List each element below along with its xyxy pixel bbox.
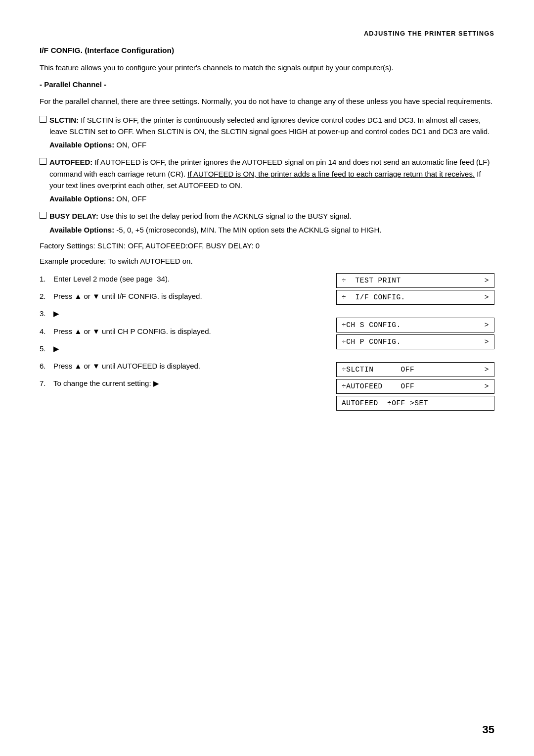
steps-column: 1. Enter Level 2 mode (see page 34). 2. … (40, 273, 336, 395)
display-box-ch-s-config: ÷CH S CONFIG. > (336, 318, 494, 332)
step-6: 6. Press ▲ or ▼ until AUTOFEED is displa… (40, 360, 321, 372)
display-if-config-arrow: > (485, 293, 489, 301)
step-4-text: Press ▲ or ▼ until CH P CONFIG. is dis­p… (53, 326, 321, 337)
step-5: 5. ▶ (40, 343, 321, 354)
display-group-3: ÷SLCTIN OFF > ÷AUTOFEED OFF > AUTOFEED ÷… (336, 362, 494, 411)
example-text: Example procedure: To switch AUTOFEED on… (40, 257, 494, 265)
step-4: 4. Press ▲ or ▼ until CH P CONFIG. is di… (40, 326, 321, 337)
parallel-channel-intro: For the parallel channel, there are thre… (40, 95, 494, 107)
display-test-print-text: ÷ TEST PRINT (342, 277, 401, 284)
bullet-slctin: SLCTIN: If SLCTIN is OFF, the printer is… (40, 114, 494, 151)
display-ch-s-text: ÷CH S CONFIG. (342, 321, 401, 329)
step-2-num: 2. (40, 290, 53, 302)
display-box-ch-p-config: ÷CH P CONFIG. > (336, 334, 494, 349)
factory-settings: Factory Settings: SLCTIN: OFF, AUTOFEED:… (40, 241, 494, 250)
display-if-config-text: ÷ I/F CONFIG. (342, 293, 405, 301)
autofeed-underline-text: If AUTOFEED is ON, the printer adds a li… (187, 170, 475, 178)
parallel-channel-title: - Parallel Channel - (40, 80, 494, 89)
display-box-autofeed-set: AUTOFEED ÷OFF >SET (336, 396, 494, 411)
step-5-text: ▶ (53, 343, 321, 354)
display-autofeed-arrow: > (485, 382, 489, 390)
slctin-options-label: Available Options: (49, 141, 114, 149)
steps-and-displays: 1. Enter Level 2 mode (see page 34). 2. … (40, 273, 494, 418)
bullet-autofeed: AUTOFEED: If AUTOFEED is OFF, the printe… (40, 156, 494, 204)
checkbox-icon-autofeed (40, 158, 46, 165)
display-test-print-arrow: > (485, 277, 489, 284)
step-1-num: 1. (40, 273, 53, 284)
display-spacer-1 (336, 312, 494, 318)
factory-settings-value: SLCTIN: OFF, AUTOFEED:OFF, BUSY DELAY: 0 (97, 241, 260, 250)
bullet-busy-delay: BUSY DELAY: Use this to set the delay pe… (40, 210, 494, 236)
slctin-content: SLCTIN: If SLCTIN is OFF, the printer is… (49, 114, 494, 151)
step-3-text: ▶ (53, 308, 321, 319)
display-ch-p-arrow: > (485, 338, 489, 346)
page-header: ADJUSTING THE PRINTER SETTINGS (40, 30, 494, 37)
page-number: 35 (483, 723, 494, 736)
display-box-autofeed: ÷AUTOFEED OFF > (336, 379, 494, 394)
slctin-options: Available Options: ON, OFF (49, 139, 494, 150)
step-3-num: 3. (40, 308, 53, 319)
display-ch-p-text: ÷CH P CONFIG. (342, 338, 401, 346)
autofeed-options: Available Options: ON, OFF (49, 193, 494, 204)
step-2-text: Press ▲ or ▼ until I/F CONFIG. is displa… (53, 290, 321, 302)
checkbox-icon-busy-delay (40, 212, 46, 219)
step-5-num: 5. (40, 343, 53, 354)
autofeed-options-label: Available Options: (49, 194, 114, 203)
step-7: 7. To change the current setting: ▶ (40, 378, 321, 389)
step-6-num: 6. (40, 360, 53, 372)
step-3: 3. ▶ (40, 308, 321, 319)
slctin-options-value: ON, OFF (116, 141, 146, 149)
display-autofeed-text: ÷AUTOFEED OFF (342, 382, 414, 390)
autofeed-options-value: ON, OFF (116, 194, 146, 203)
intro-text: This feature allows you to configure you… (40, 62, 494, 73)
step-1-text: Enter Level 2 mode (see page 34). (53, 273, 321, 284)
checkbox-icon-slctin (40, 116, 46, 123)
busy-delay-options-label: Available Options: (49, 226, 114, 234)
display-box-slctin: ÷SLCTIN OFF > (336, 362, 494, 377)
step-4-num: 4. (40, 326, 53, 337)
autofeed-content: AUTOFEED: If AUTOFEED is OFF, the printe… (49, 156, 494, 204)
slctin-text: If SLCTIN is OFF, the printer is continu… (49, 116, 490, 136)
step-7-text: To change the current setting: ▶ (53, 378, 321, 389)
display-ch-s-arrow: > (485, 321, 489, 329)
step-7-num: 7. (40, 378, 53, 389)
step-6-text: Press ▲ or ▼ until AUTOFEED is displayed… (53, 360, 321, 372)
display-slctin-arrow: > (485, 366, 489, 374)
busy-delay-label: BUSY DELAY: (49, 212, 98, 220)
slctin-label: SLCTIN: (49, 116, 79, 124)
display-autofeed-set-text: AUTOFEED ÷OFF >SET (342, 399, 428, 407)
step-2: 2. Press ▲ or ▼ until I/F CONFIG. is dis… (40, 290, 321, 302)
display-slctin-text: ÷SLCTIN OFF (342, 366, 414, 374)
step-1: 1. Enter Level 2 mode (see page 34). (40, 273, 321, 284)
factory-settings-label: Factory Settings: (40, 241, 95, 250)
section-title: I/F CONFIG. (Interface Configuration) (40, 46, 494, 55)
busy-delay-text: Use this to set the delay period from th… (100, 212, 352, 220)
display-group-1: ÷ TEST PRINT > ÷ I/F CONFIG. > (336, 273, 494, 305)
display-box-if-config: ÷ I/F CONFIG. > (336, 290, 494, 305)
display-box-test-print: ÷ TEST PRINT > (336, 273, 494, 288)
busy-delay-options: Available Options: -5, 0, +5 (microsecon… (49, 224, 494, 236)
display-spacer-2 (336, 356, 494, 362)
busy-delay-content: BUSY DELAY: Use this to set the delay pe… (49, 210, 494, 236)
display-group-2: ÷CH S CONFIG. > ÷CH P CONFIG. > (336, 318, 494, 349)
busy-delay-options-value: -5, 0, +5 (microseconds), MIN. The MIN o… (116, 226, 381, 234)
autofeed-label: AUTOFEED: (49, 158, 92, 166)
display-column: ÷ TEST PRINT > ÷ I/F CONFIG. > ÷CH S CON… (336, 273, 494, 418)
